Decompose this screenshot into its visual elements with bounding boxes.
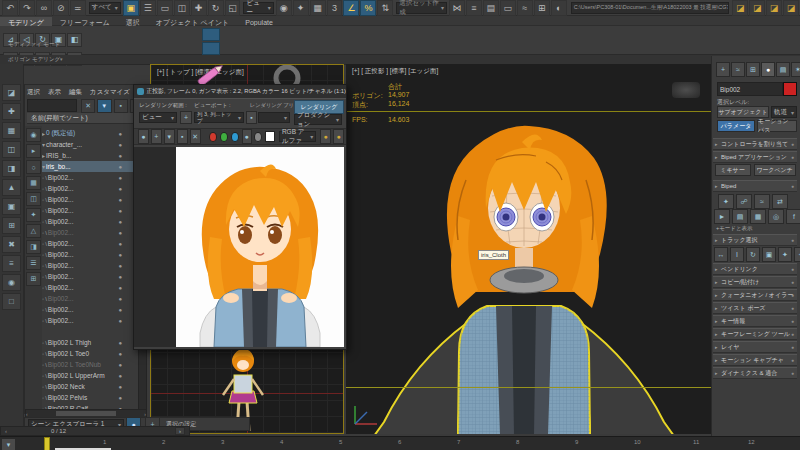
- channel-display-dropdown[interactable]: RGB アルファ▾: [279, 131, 316, 142]
- rollout-dynamics-adaptation[interactable]: ▸ダイナミクス & 適合●: [713, 367, 797, 379]
- create-tab-icon[interactable]: +: [716, 62, 730, 77]
- mixer-button[interactable]: ミキサー: [715, 164, 751, 176]
- mini-curve-editor-icon[interactable]: ▾: [1, 438, 16, 450]
- filter-spacewarps-icon[interactable]: △: [26, 224, 41, 238]
- dock-icon[interactable]: ◉: [2, 274, 21, 291]
- viewport-ortho-label[interactable]: [+] [ 正投影 ] [標準] [エッジ面]: [352, 67, 438, 76]
- select-object-icon[interactable]: ▣: [123, 0, 139, 16]
- filter-cameras-icon[interactable]: ◫: [26, 192, 41, 206]
- rollout-assign-controller[interactable]: ▸コントローラを割り当て●: [713, 138, 797, 150]
- load-file-icon[interactable]: ▤: [732, 209, 748, 224]
- modes-display-expander[interactable]: +モードと表示: [716, 225, 753, 232]
- mirror-icon[interactable]: ⋈: [449, 0, 465, 16]
- biped-playback-icon[interactable]: ►: [714, 209, 730, 224]
- clear-search-icon[interactable]: ✕: [81, 99, 95, 113]
- undo-icon[interactable]: ↶: [2, 0, 18, 16]
- schematic-view-icon[interactable]: ⊞: [534, 0, 550, 16]
- blue-channel-icon[interactable]: [231, 132, 239, 142]
- redo-icon[interactable]: ↷: [19, 0, 35, 16]
- area-to-render-dropdown[interactable]: ビュー▾: [139, 112, 177, 123]
- symmetrical-icon[interactable]: ✦: [778, 247, 792, 262]
- toggle-button[interactable]: [202, 42, 220, 55]
- rollout-quaternion-euler[interactable]: ▸クォータニオン / オイラー●: [713, 289, 797, 301]
- dock-icon[interactable]: ≡: [2, 255, 21, 272]
- search-input[interactable]: [27, 99, 77, 112]
- filter-shapes-icon[interactable]: ○: [26, 160, 41, 174]
- filter-dropdown-icon[interactable]: ▾: [97, 99, 111, 113]
- time-slider[interactable]: [44, 437, 50, 450]
- scroll-left-icon[interactable]: ‹: [26, 411, 28, 417]
- save-file-icon[interactable]: ▦: [750, 209, 766, 224]
- render-iterative-icon[interactable]: ◪: [783, 0, 799, 16]
- move-all-mode-icon[interactable]: f: [786, 209, 800, 224]
- lock-viewport-icon[interactable]: ▪: [246, 111, 257, 124]
- select-link-icon[interactable]: ∞: [36, 0, 52, 16]
- rollout-biped[interactable]: ▸Biped●: [713, 180, 797, 192]
- curve-editor-icon[interactable]: ≈: [517, 0, 533, 16]
- scroll-right-icon[interactable]: ›: [144, 411, 146, 417]
- dock-icon[interactable]: ◫: [2, 141, 21, 158]
- layer-copy-icon[interactable]: ●: [333, 129, 344, 144]
- layer-manager-icon[interactable]: ▤: [483, 0, 499, 16]
- rollout-key-info[interactable]: ▸キー情報●: [713, 315, 797, 327]
- dock-icon[interactable]: ⊞: [2, 217, 21, 234]
- select-rotate-icon[interactable]: ↻: [208, 0, 224, 16]
- edit-region-icon[interactable]: +: [180, 111, 192, 124]
- use-pivot-icon[interactable]: ◉: [276, 0, 292, 16]
- scroll-right-icon[interactable]: ›: [175, 427, 185, 435]
- filter-bones-icon[interactable]: ⊞: [26, 272, 41, 286]
- dock-icon[interactable]: □: [2, 293, 21, 310]
- layer-save-icon[interactable]: ●: [320, 129, 331, 144]
- selection-filter-dropdown[interactable]: すべて▾: [89, 2, 121, 14]
- copy-image-icon[interactable]: +: [151, 129, 162, 144]
- bind-spacewarp-icon[interactable]: ≃: [70, 0, 86, 16]
- rollout-track-selection[interactable]: ▸トラック選択●: [713, 234, 797, 246]
- figure-mode-icon[interactable]: ✦: [718, 194, 734, 209]
- dock-icon[interactable]: ▣: [2, 198, 21, 215]
- rfw-viewport-dropdown[interactable]: 列 3, 列...トップ▾: [194, 112, 244, 123]
- named-selection-dropdown[interactable]: 選択セット作成▾: [396, 2, 447, 14]
- alpha-channel-icon[interactable]: ●: [242, 129, 252, 144]
- footstep-mode-icon[interactable]: ☍: [736, 194, 752, 209]
- dock-icon[interactable]: ◪: [2, 84, 21, 101]
- motion-tab-icon[interactable]: ●: [761, 62, 775, 77]
- viewport-ortho[interactable]: [+] [ 正投影 ] [標準] [エッジ面] 合計 ポリゴン: 14,907 …: [346, 64, 711, 434]
- toggle-button[interactable]: [202, 28, 220, 41]
- ribbon-toggle-icon[interactable]: ▭: [500, 0, 516, 16]
- rollout-layers[interactable]: ▸レイヤ●: [713, 341, 797, 353]
- rollout-bend-links[interactable]: ▸ベンドリンク●: [713, 263, 797, 275]
- hierarchy-tab-icon[interactable]: ⊞: [746, 62, 760, 77]
- clear-color-swatch[interactable]: [265, 131, 275, 142]
- modify-tab-icon[interactable]: ≈: [731, 62, 745, 77]
- material-editor-icon[interactable]: ◐: [551, 0, 567, 16]
- rollout-biped-apps[interactable]: ▸Biped アプリケーション●: [713, 151, 797, 163]
- menu-display[interactable]: 表示: [48, 88, 61, 97]
- parameters-button[interactable]: パラメータ: [717, 120, 755, 132]
- rollout-copy-paste[interactable]: ▸コピー/貼付け●: [713, 276, 797, 288]
- filter-geometry-icon[interactable]: ▸: [26, 144, 41, 158]
- utilities-tab-icon[interactable]: ✶: [791, 62, 800, 77]
- motion-flow-mode-icon[interactable]: ≈: [754, 194, 770, 209]
- select-move-icon[interactable]: ✚: [191, 0, 207, 16]
- scroll-left-icon[interactable]: ‹: [5, 428, 7, 434]
- menu-customize[interactable]: カスタマイズ: [90, 88, 130, 97]
- workbench-button[interactable]: ワークベンチ: [754, 164, 796, 176]
- convert-icon[interactable]: ◎: [768, 209, 784, 224]
- scrollbar-thumb[interactable]: [56, 411, 116, 416]
- ref-coord-dropdown[interactable]: ビュー▾: [243, 2, 273, 14]
- rfw-titlebar[interactable]: 正投影, フレーム 0, ガンマ表示 : 2.2, RGBA カラー 16 ビッ…: [134, 85, 346, 99]
- lock-icon[interactable]: ▪: [114, 99, 128, 113]
- opposite-icon[interactable]: ✧: [794, 247, 800, 262]
- viewcube[interactable]: [672, 82, 700, 98]
- red-channel-icon[interactable]: [209, 132, 217, 142]
- select-manipulate-icon[interactable]: ✦: [293, 0, 309, 16]
- motion-paths-button[interactable]: モーション パス: [757, 120, 797, 132]
- render-preset-dropdown[interactable]: ▾: [258, 112, 290, 123]
- keyboard-override-icon[interactable]: ▦: [310, 0, 326, 16]
- explorer-sort-header[interactable]: 名前(昇順でソート): [27, 113, 145, 124]
- select-by-name-icon[interactable]: ☰: [140, 0, 156, 16]
- filter-groups-icon[interactable]: ◨: [26, 240, 41, 254]
- dock-icon[interactable]: ✖: [2, 236, 21, 253]
- rollout-twist-poses[interactable]: ▸ツイスト ポーズ●: [713, 302, 797, 314]
- dock-icon[interactable]: ✚: [2, 103, 21, 120]
